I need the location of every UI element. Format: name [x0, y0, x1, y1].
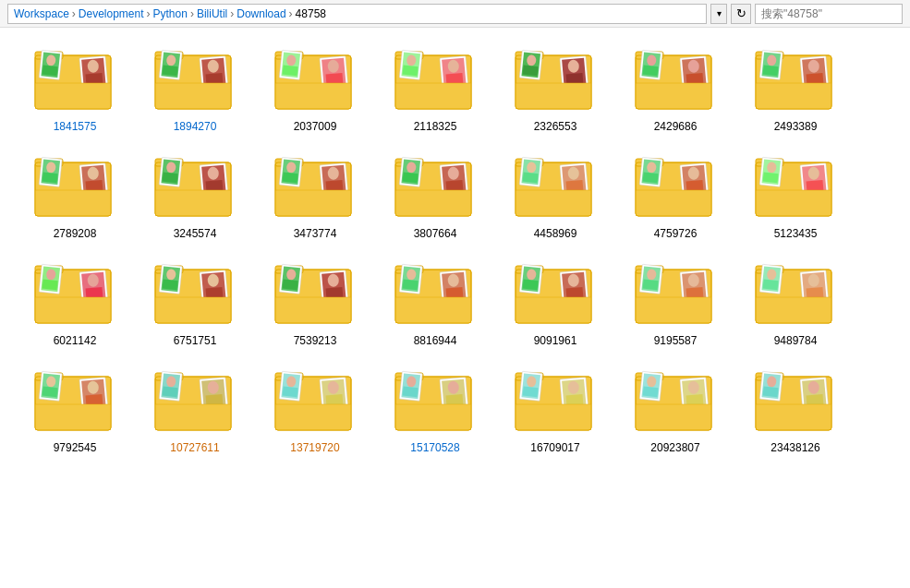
folder-label: 20923807 — [650, 441, 699, 454]
svg-rect-237 — [283, 280, 298, 291]
svg-rect-91 — [756, 83, 831, 109]
folder-item[interactable]: 10727611 — [135, 358, 255, 465]
folder-item[interactable]: 20923807 — [615, 358, 735, 465]
folder-label: 2789208 — [54, 227, 97, 240]
svg-rect-189 — [756, 190, 831, 216]
folder-item[interactable]: 4458969 — [495, 144, 615, 251]
search-input[interactable] — [755, 4, 903, 24]
folder-item[interactable]: 9091961 — [495, 251, 615, 358]
folder-icon — [273, 258, 357, 332]
svg-rect-363 — [523, 387, 539, 398]
folder-icon — [273, 44, 357, 118]
folder-icon — [514, 258, 597, 332]
svg-rect-35 — [275, 83, 351, 109]
svg-rect-329 — [275, 404, 351, 430]
svg-rect-161 — [516, 190, 591, 216]
folder-label: 3245574 — [174, 227, 217, 240]
folder-item[interactable]: 2493389 — [735, 37, 855, 144]
folder-item[interactable]: 1841575 — [15, 37, 135, 144]
svg-rect-133 — [275, 190, 351, 216]
folder-icon — [394, 258, 477, 332]
svg-rect-349 — [403, 387, 419, 398]
folder-icon — [634, 258, 717, 332]
svg-rect-293 — [763, 280, 779, 291]
svg-rect-265 — [523, 280, 539, 291]
svg-rect-287 — [756, 297, 831, 323]
svg-rect-49 — [395, 83, 471, 109]
folder-item[interactable]: 2326553 — [495, 37, 615, 144]
folder-item[interactable]: 6751751 — [135, 251, 255, 358]
folder-label: 6021142 — [54, 334, 97, 347]
folder-item[interactable]: 2789208 — [15, 144, 135, 251]
folder-item[interactable]: 8816944 — [375, 251, 495, 358]
folder-item[interactable]: 2037009 — [255, 37, 375, 144]
folder-item[interactable]: 9792545 — [15, 358, 135, 465]
address-bar: Workspace›Development›Python›BiliUtil›Do… — [0, 0, 910, 28]
breadcrumb-path[interactable]: Workspace›Development›Python›BiliUtil›Do… — [7, 4, 707, 24]
svg-rect-245 — [395, 297, 471, 323]
svg-rect-391 — [763, 387, 779, 398]
breadcrumb-dropdown[interactable]: ▾ — [710, 4, 727, 24]
folder-icon — [153, 151, 237, 225]
folder-label: 15170528 — [410, 441, 459, 454]
folder-icon — [33, 366, 116, 439]
refresh-button[interactable]: ↻ — [731, 4, 751, 24]
folder-icon — [153, 44, 237, 118]
folder-item[interactable]: 3473774 — [255, 144, 375, 251]
folder-label: 5123435 — [774, 227, 818, 240]
svg-rect-55 — [403, 66, 419, 77]
svg-rect-357 — [516, 404, 591, 430]
svg-rect-69 — [523, 66, 539, 77]
folder-item[interactable]: 6021142 — [15, 251, 135, 358]
folder-icon — [634, 366, 717, 439]
folder-icon — [634, 44, 717, 118]
folder-icon — [33, 151, 116, 225]
folder-icon — [33, 258, 116, 332]
folder-item[interactable]: 13719720 — [255, 358, 375, 465]
svg-rect-21 — [155, 83, 231, 109]
folder-label: 9792545 — [54, 441, 97, 454]
folder-item[interactable]: 4759726 — [615, 144, 735, 251]
svg-rect-335 — [283, 387, 298, 398]
folder-item[interactable]: 2429686 — [615, 37, 735, 144]
folder-icon — [153, 258, 237, 332]
svg-rect-371 — [636, 404, 711, 430]
folder-label: 7539213 — [294, 334, 337, 347]
folder-label: 3473774 — [294, 227, 337, 240]
folder-icon — [273, 151, 357, 225]
folder-label: 13719720 — [290, 441, 339, 454]
svg-rect-125 — [163, 173, 178, 184]
file-explorer-content: 1841575 1894270 — [0, 28, 910, 588]
folder-icon — [754, 151, 837, 225]
folder-icon — [273, 366, 357, 439]
folder-label: 2429686 — [654, 120, 698, 133]
svg-rect-315 — [155, 404, 231, 430]
folder-label: 6751751 — [174, 334, 217, 347]
svg-rect-279 — [643, 280, 659, 291]
folder-label: 10727611 — [170, 441, 219, 454]
svg-rect-7 — [35, 83, 111, 109]
folder-item[interactable]: 7539213 — [255, 251, 375, 358]
svg-rect-27 — [163, 66, 178, 77]
svg-rect-223 — [163, 280, 178, 291]
folder-item[interactable]: 15170528 — [375, 358, 495, 465]
svg-rect-203 — [35, 297, 111, 323]
folder-item[interactable]: 23438126 — [735, 358, 855, 465]
folder-label: 2493389 — [774, 120, 818, 133]
folder-icon — [514, 151, 597, 225]
folder-icon — [153, 366, 237, 439]
folder-icon — [514, 366, 597, 439]
folder-item[interactable]: 2118325 — [375, 37, 495, 144]
folder-item[interactable]: 5123435 — [735, 144, 855, 251]
folder-item[interactable]: 3245574 — [135, 144, 255, 251]
folder-label: 3807664 — [414, 227, 457, 240]
folder-item[interactable]: 9195587 — [615, 251, 735, 358]
folder-item[interactable]: 16709017 — [495, 358, 615, 465]
svg-rect-181 — [643, 173, 659, 184]
folder-item[interactable]: 9489784 — [735, 251, 855, 358]
folder-item[interactable]: 3807664 — [375, 144, 495, 251]
folder-label: 2118325 — [414, 120, 457, 133]
folder-label: 9489784 — [774, 334, 818, 347]
folder-label: 2037009 — [294, 120, 337, 133]
folder-item[interactable]: 1894270 — [135, 37, 255, 144]
